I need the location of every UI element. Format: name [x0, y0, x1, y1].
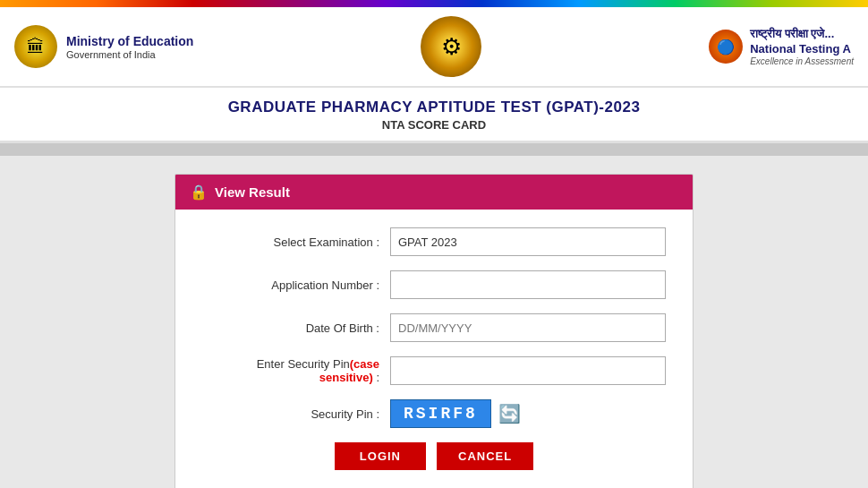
nta-name: राष्ट्रीय परीक्षा एजे...: [750, 27, 854, 42]
nta-full-name: National Testing A: [750, 42, 854, 57]
card-title: View Result: [215, 184, 290, 200]
login-button[interactable]: LOGIN: [335, 442, 426, 470]
application-number-label: Application Number :: [202, 278, 390, 292]
select-exam-label: Select Examination :: [202, 235, 390, 249]
form-buttons: LOGIN CANCEL: [202, 442, 666, 470]
select-exam-row: Select Examination :: [202, 227, 666, 256]
nta-text: राष्ट्रीय परीक्षा एजे... National Testin…: [750, 27, 854, 67]
security-pin-input-label: Enter Security Pin(case sensitive) :: [202, 357, 390, 384]
title-section: GRADUATE PHARMACY APTITUDE TEST (GPAT)-2…: [0, 88, 868, 143]
refresh-captcha-icon[interactable]: 🔄: [498, 403, 521, 424]
aicte-branding: ⚙: [421, 16, 481, 77]
security-pin-display-label: Security Pin :: [202, 407, 390, 421]
dob-input[interactable]: [390, 313, 666, 342]
nta-branding: 🔵 राष्ट्रीय परीक्षा एजे... National Test…: [709, 27, 854, 67]
security-pin-display-row: Security Pin : RSIRF8 🔄: [202, 399, 666, 428]
nta-tagline: Excellence in Assessment: [750, 56, 854, 66]
security-pin-entry-input[interactable]: [390, 356, 666, 385]
application-number-input[interactable]: [390, 270, 666, 299]
card-header: 🔒 View Result: [175, 175, 693, 210]
page-subtitle: NTA SCORE CARD: [0, 118, 868, 132]
divider-band: [0, 143, 868, 156]
dob-row: Date Of Birth :: [202, 313, 666, 342]
ministry-text: Ministry of Education Government of Indi…: [66, 33, 193, 60]
page-title: GRADUATE PHARMACY APTITUDE TEST (GPAT)-2…: [0, 98, 868, 116]
aicte-emblem: ⚙: [421, 16, 481, 77]
form-body: Select Examination : Application Number …: [175, 210, 693, 488]
ministry-name: Ministry of Education: [66, 33, 193, 49]
captcha-display: RSIRF8 🔄: [390, 399, 521, 428]
view-result-card: 🔒 View Result Select Examination : Appli…: [174, 174, 694, 488]
ministry-sub: Government of India: [66, 49, 193, 60]
ministry-emblem: 🏛: [14, 25, 57, 68]
nta-logo: 🔵: [709, 30, 743, 64]
captcha-image: RSIRF8: [390, 399, 491, 428]
security-pin-input-row: Enter Security Pin(case sensitive) :: [202, 356, 666, 385]
page-header: 🏛 Ministry of Education Government of In…: [0, 7, 868, 88]
ministry-branding: 🏛 Ministry of Education Government of In…: [14, 25, 193, 68]
cancel-button[interactable]: CANCEL: [437, 442, 533, 470]
main-content-area: 🔒 View Result Select Examination : Appli…: [0, 156, 868, 488]
application-number-row: Application Number :: [202, 270, 666, 299]
select-exam-input[interactable]: [390, 227, 666, 256]
lock-icon: 🔒: [190, 184, 208, 201]
dob-label: Date Of Birth :: [202, 321, 390, 335]
top-decorative-bar: [0, 0, 868, 7]
